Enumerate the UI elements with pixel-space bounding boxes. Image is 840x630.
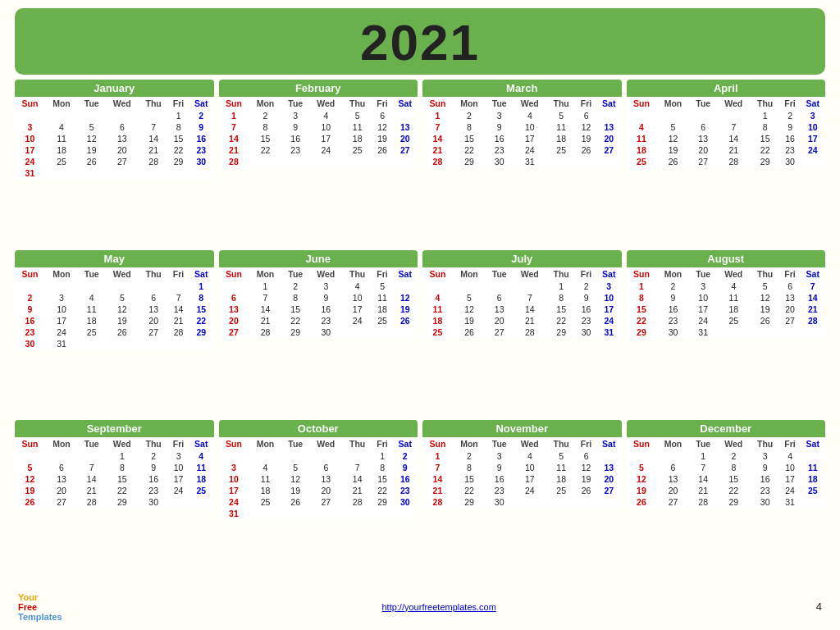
cal-day: 14: [717, 133, 751, 144]
day-header-thu: Thu: [343, 267, 372, 281]
cal-day: 15: [249, 133, 281, 144]
cal-day: [219, 167, 249, 169]
cal-day: 10: [801, 121, 825, 133]
day-header-wed: Wed: [309, 97, 343, 110]
cal-day: [45, 110, 78, 121]
cal-day: 28: [249, 326, 281, 338]
cal-day: 11: [801, 462, 825, 473]
cal-day: 9: [780, 121, 801, 133]
cal-day: [249, 167, 281, 169]
day-header-tue: Tue: [486, 437, 513, 450]
day-header-sat: Sat: [393, 267, 418, 281]
cal-day: 4: [627, 121, 657, 133]
cal-day: 8: [453, 462, 486, 473]
cal-day: [372, 326, 393, 338]
cal-day: [596, 450, 621, 462]
cal-table: SunMonTueWedThuFriSat1234567891011121314…: [422, 437, 622, 509]
cal-day: 4: [189, 450, 213, 462]
cal-day: 27: [656, 496, 689, 508]
cal-day: [453, 338, 486, 340]
cal-day: 31: [219, 508, 249, 519]
month-block-july: JulySunMonTueWedThuFriSat123456789101112…: [422, 250, 622, 416]
cal-day: 25: [546, 144, 576, 156]
cal-day: [372, 156, 393, 167]
cal-day: [780, 326, 801, 338]
cal-day: [343, 156, 372, 167]
day-header-wed: Wed: [309, 267, 343, 281]
cal-day: [596, 167, 621, 169]
cal-day: 11: [45, 133, 78, 144]
cal-day: [219, 338, 249, 340]
day-header-sun: Sun: [15, 437, 45, 450]
cal-day: [45, 167, 78, 179]
cal-day: 20: [690, 144, 717, 156]
day-header-sun: Sun: [219, 437, 249, 450]
cal-day: 30: [780, 156, 801, 167]
cal-day: 14: [168, 304, 189, 315]
cal-day: [393, 326, 418, 338]
cal-day: 7: [219, 121, 249, 133]
cal-day: 15: [751, 133, 780, 144]
cal-day: 23: [751, 485, 780, 496]
cal-day: 16: [656, 304, 689, 315]
cal-day: 22: [453, 144, 486, 156]
cal-day: 12: [282, 473, 309, 485]
cal-day: 17: [801, 133, 825, 144]
cal-day: 7: [343, 462, 372, 473]
cal-day: 20: [45, 485, 78, 496]
cal-day: [453, 508, 486, 509]
day-header-mon: Mon: [45, 97, 78, 110]
cal-day: 18: [45, 144, 78, 156]
cal-day: 15: [627, 304, 657, 315]
cal-day: 3: [15, 121, 45, 133]
cal-day: [751, 338, 780, 340]
cal-day: 10: [596, 292, 621, 304]
day-header-mon: Mon: [453, 267, 486, 281]
cal-day: [343, 338, 372, 340]
cal-day: [513, 281, 546, 292]
day-header-mon: Mon: [249, 267, 281, 281]
cal-day: 13: [309, 473, 343, 485]
cal-day: [249, 338, 281, 340]
cal-day: 9: [393, 462, 418, 473]
cal-day: 27: [596, 485, 621, 496]
day-header-tue: Tue: [282, 97, 309, 110]
cal-day: [249, 508, 281, 519]
cal-day: 6: [309, 462, 343, 473]
cal-day: [219, 281, 249, 292]
cal-day: 11: [372, 292, 393, 304]
cal-day: 25: [717, 315, 751, 326]
cal-day: 19: [576, 133, 596, 144]
day-header-wed: Wed: [717, 437, 751, 450]
cal-day: 8: [249, 121, 281, 133]
day-header-sun: Sun: [219, 97, 249, 110]
cal-day: 25: [45, 156, 78, 167]
cal-day: 19: [372, 133, 393, 144]
cal-day: 27: [45, 496, 78, 508]
cal-day: 1: [546, 281, 576, 292]
cal-day: [751, 326, 780, 338]
day-header-wed: Wed: [513, 97, 546, 110]
day-header-fri: Fri: [780, 97, 801, 110]
cal-day: 5: [105, 292, 139, 304]
cal-day: 30: [656, 326, 689, 338]
cal-day: [15, 450, 45, 462]
cal-day: [656, 508, 689, 509]
cal-day: 16: [189, 133, 213, 144]
footer-link[interactable]: http://yourfreetemplates.com: [381, 602, 495, 612]
cal-day: 25: [627, 156, 657, 167]
cal-day: [596, 156, 621, 167]
cal-day: 9: [189, 121, 213, 133]
cal-day: 9: [15, 304, 45, 315]
day-header-tue: Tue: [690, 267, 717, 281]
cal-day: 12: [576, 121, 596, 133]
cal-day: 19: [78, 144, 105, 156]
cal-day: [282, 338, 309, 340]
cal-day: 21: [168, 315, 189, 326]
cal-day: [393, 110, 418, 121]
cal-day: 28: [219, 156, 249, 167]
cal-day: 15: [105, 473, 139, 485]
cal-day: 27: [139, 326, 168, 338]
cal-day: [15, 508, 45, 509]
cal-day: 30: [189, 156, 213, 167]
